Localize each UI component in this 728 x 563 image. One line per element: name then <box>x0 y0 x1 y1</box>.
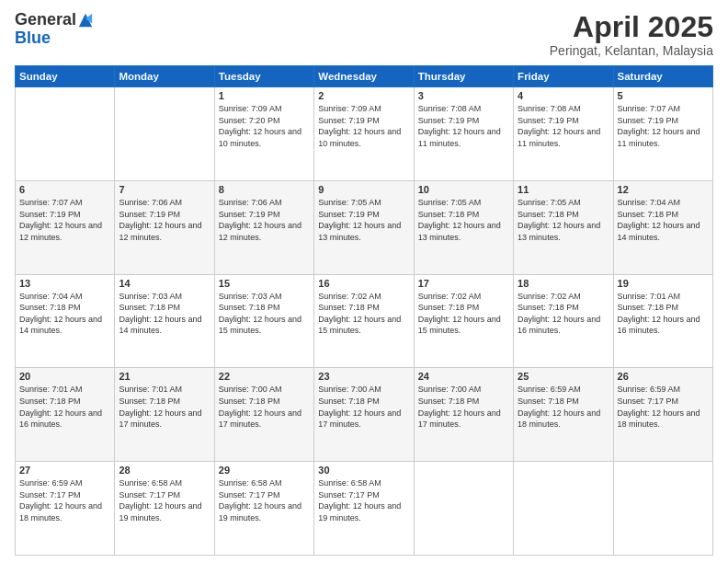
day-number: 5 <box>618 90 709 101</box>
day-number: 1 <box>219 90 310 101</box>
day-number: 12 <box>618 184 709 195</box>
cell-info: Sunrise: 7:05 AMSunset: 7:18 PMDaylight:… <box>518 197 609 243</box>
calendar-cell: 10Sunrise: 7:05 AMSunset: 7:18 PMDayligh… <box>414 180 513 274</box>
day-number: 14 <box>119 278 210 289</box>
calendar-cell <box>115 87 214 181</box>
day-number: 23 <box>318 371 409 382</box>
day-number: 8 <box>219 184 310 195</box>
calendar-cell: 20Sunrise: 7:01 AMSunset: 7:18 PMDayligh… <box>16 368 115 462</box>
header: General Blue April 2025 Peringat, Kelant… <box>15 11 713 58</box>
cell-info: Sunrise: 7:06 AMSunset: 7:19 PMDaylight:… <box>119 197 210 243</box>
cell-info: Sunrise: 7:02 AMSunset: 7:18 PMDaylight:… <box>518 291 609 337</box>
calendar-cell: 5Sunrise: 7:07 AMSunset: 7:19 PMDaylight… <box>613 87 712 181</box>
location: Peringat, Kelantan, Malaysia <box>550 43 713 58</box>
cell-info: Sunrise: 7:00 AMSunset: 7:18 PMDaylight:… <box>219 384 310 430</box>
day-number: 7 <box>119 184 210 195</box>
calendar-cell: 21Sunrise: 7:01 AMSunset: 7:18 PMDayligh… <box>115 368 214 462</box>
day-number: 19 <box>618 278 709 289</box>
cell-info: Sunrise: 7:05 AMSunset: 7:19 PMDaylight:… <box>318 197 409 243</box>
cell-info: Sunrise: 7:02 AMSunset: 7:18 PMDaylight:… <box>418 291 509 337</box>
day-number: 25 <box>518 371 609 382</box>
day-number: 27 <box>19 465 110 476</box>
calendar-cell: 30Sunrise: 6:58 AMSunset: 7:17 PMDayligh… <box>314 462 414 556</box>
week-row-2: 13Sunrise: 7:04 AMSunset: 7:18 PMDayligh… <box>16 274 713 368</box>
cell-info: Sunrise: 7:06 AMSunset: 7:19 PMDaylight:… <box>219 197 310 243</box>
cell-info: Sunrise: 6:58 AMSunset: 7:17 PMDaylight:… <box>219 477 310 523</box>
day-number: 21 <box>119 371 210 382</box>
day-number: 13 <box>19 278 110 289</box>
week-row-1: 6Sunrise: 7:07 AMSunset: 7:19 PMDaylight… <box>16 180 713 274</box>
day-number: 9 <box>318 184 409 195</box>
calendar-cell: 25Sunrise: 6:59 AMSunset: 7:18 PMDayligh… <box>514 368 613 462</box>
weekday-header-wednesday: Wednesday <box>314 66 414 87</box>
day-number: 28 <box>119 465 210 476</box>
day-number: 29 <box>219 465 310 476</box>
calendar-cell <box>414 462 513 556</box>
header-right: April 2025 Peringat, Kelantan, Malaysia <box>550 11 713 58</box>
calendar-cell: 19Sunrise: 7:01 AMSunset: 7:18 PMDayligh… <box>613 274 712 368</box>
weekday-header-saturday: Saturday <box>613 66 712 87</box>
calendar-cell: 15Sunrise: 7:03 AMSunset: 7:18 PMDayligh… <box>214 274 313 368</box>
calendar-cell: 8Sunrise: 7:06 AMSunset: 7:19 PMDaylight… <box>214 180 313 274</box>
day-number: 3 <box>418 90 509 101</box>
cell-info: Sunrise: 7:05 AMSunset: 7:18 PMDaylight:… <box>418 197 509 243</box>
calendar-cell: 3Sunrise: 7:08 AMSunset: 7:19 PMDaylight… <box>414 87 513 181</box>
calendar-cell: 7Sunrise: 7:06 AMSunset: 7:19 PMDaylight… <box>115 180 214 274</box>
calendar-cell <box>514 462 613 556</box>
logo: General Blue <box>15 11 94 48</box>
cell-info: Sunrise: 6:59 AMSunset: 7:17 PMDaylight:… <box>618 384 709 430</box>
day-number: 10 <box>418 184 509 195</box>
day-number: 2 <box>318 90 409 101</box>
cell-info: Sunrise: 6:59 AMSunset: 7:18 PMDaylight:… <box>518 384 609 430</box>
calendar-cell <box>613 462 712 556</box>
calendar-cell: 27Sunrise: 6:59 AMSunset: 7:17 PMDayligh… <box>16 462 115 556</box>
calendar-cell: 24Sunrise: 7:00 AMSunset: 7:18 PMDayligh… <box>414 368 513 462</box>
logo-general-text: General <box>15 11 76 29</box>
weekday-header-tuesday: Tuesday <box>214 66 313 87</box>
calendar-cell: 13Sunrise: 7:04 AMSunset: 7:18 PMDayligh… <box>16 274 115 368</box>
week-row-0: 1Sunrise: 7:09 AMSunset: 7:20 PMDaylight… <box>16 87 713 181</box>
day-number: 6 <box>19 184 110 195</box>
cell-info: Sunrise: 7:03 AMSunset: 7:18 PMDaylight:… <box>119 291 210 337</box>
day-number: 26 <box>618 371 709 382</box>
page: General Blue April 2025 Peringat, Kelant… <box>0 0 728 563</box>
logo-icon <box>77 12 94 29</box>
cell-info: Sunrise: 7:02 AMSunset: 7:18 PMDaylight:… <box>318 291 409 337</box>
calendar-cell: 12Sunrise: 7:04 AMSunset: 7:18 PMDayligh… <box>613 180 712 274</box>
weekday-header-sunday: Sunday <box>16 66 115 87</box>
calendar-cell: 9Sunrise: 7:05 AMSunset: 7:19 PMDaylight… <box>314 180 414 274</box>
calendar-cell: 16Sunrise: 7:02 AMSunset: 7:18 PMDayligh… <box>314 274 414 368</box>
logo-blue-text: Blue <box>15 29 51 47</box>
day-number: 15 <box>219 278 310 289</box>
calendar-cell: 6Sunrise: 7:07 AMSunset: 7:19 PMDaylight… <box>16 180 115 274</box>
calendar-cell <box>16 87 115 181</box>
week-row-4: 27Sunrise: 6:59 AMSunset: 7:17 PMDayligh… <box>16 462 713 556</box>
cell-info: Sunrise: 7:09 AMSunset: 7:20 PMDaylight:… <box>219 103 310 149</box>
weekday-header-monday: Monday <box>115 66 214 87</box>
cell-info: Sunrise: 7:07 AMSunset: 7:19 PMDaylight:… <box>618 103 709 149</box>
calendar-cell: 11Sunrise: 7:05 AMSunset: 7:18 PMDayligh… <box>514 180 613 274</box>
cell-info: Sunrise: 7:01 AMSunset: 7:18 PMDaylight:… <box>19 384 110 430</box>
calendar-cell: 14Sunrise: 7:03 AMSunset: 7:18 PMDayligh… <box>115 274 214 368</box>
weekday-header-thursday: Thursday <box>414 66 513 87</box>
cell-info: Sunrise: 7:01 AMSunset: 7:18 PMDaylight:… <box>618 291 709 337</box>
day-number: 16 <box>318 278 409 289</box>
calendar-cell: 1Sunrise: 7:09 AMSunset: 7:20 PMDaylight… <box>214 87 313 181</box>
cell-info: Sunrise: 6:58 AMSunset: 7:17 PMDaylight:… <box>318 477 409 523</box>
cell-info: Sunrise: 6:58 AMSunset: 7:17 PMDaylight:… <box>119 477 210 523</box>
calendar-cell: 17Sunrise: 7:02 AMSunset: 7:18 PMDayligh… <box>414 274 513 368</box>
day-number: 24 <box>418 371 509 382</box>
day-number: 17 <box>418 278 509 289</box>
calendar-cell: 26Sunrise: 6:59 AMSunset: 7:17 PMDayligh… <box>613 368 712 462</box>
weekday-header-row: SundayMondayTuesdayWednesdayThursdayFrid… <box>16 66 713 87</box>
calendar-cell: 28Sunrise: 6:58 AMSunset: 7:17 PMDayligh… <box>115 462 214 556</box>
cell-info: Sunrise: 7:00 AMSunset: 7:18 PMDaylight:… <box>318 384 409 430</box>
month-title: April 2025 <box>550 11 713 43</box>
cell-info: Sunrise: 7:03 AMSunset: 7:18 PMDaylight:… <box>219 291 310 337</box>
cell-info: Sunrise: 7:08 AMSunset: 7:19 PMDaylight:… <box>518 103 609 149</box>
cell-info: Sunrise: 7:08 AMSunset: 7:19 PMDaylight:… <box>418 103 509 149</box>
cell-info: Sunrise: 7:09 AMSunset: 7:19 PMDaylight:… <box>318 103 409 149</box>
day-number: 18 <box>518 278 609 289</box>
calendar-cell: 18Sunrise: 7:02 AMSunset: 7:18 PMDayligh… <box>514 274 613 368</box>
cell-info: Sunrise: 7:07 AMSunset: 7:19 PMDaylight:… <box>19 197 110 243</box>
